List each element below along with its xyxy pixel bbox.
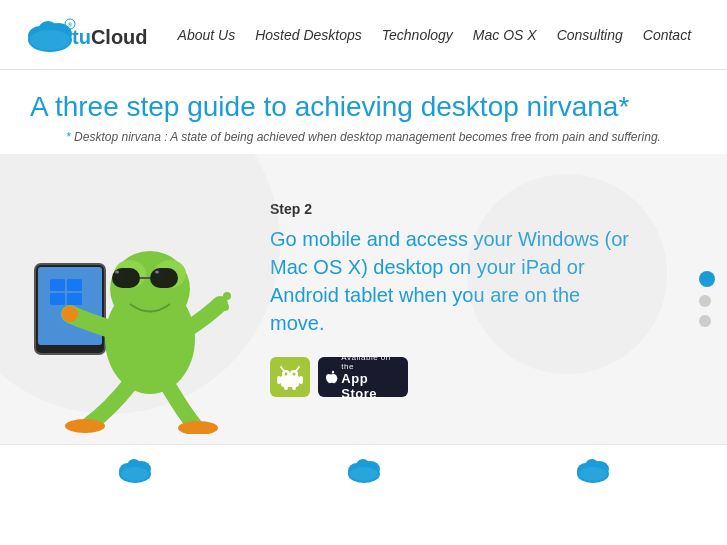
svg-point-25 — [223, 292, 231, 300]
svg-rect-9 — [50, 279, 65, 291]
svg-rect-42 — [299, 376, 303, 384]
svg-point-21 — [154, 269, 166, 279]
svg-point-20 — [114, 269, 126, 279]
svg-point-57 — [579, 467, 607, 481]
android-badge[interactable] — [270, 357, 310, 397]
nav-item-technology[interactable]: Technology — [382, 27, 453, 43]
svg-point-47 — [121, 467, 149, 481]
logo-cloud-icon: ® — [20, 12, 80, 57]
svg-point-38 — [293, 372, 296, 375]
appstore-badge[interactable]: Available on the App Store — [318, 357, 408, 397]
content-area: Step 2 Go mobile and access your Windows… — [0, 154, 727, 444]
logo-text: tuCloud — [72, 27, 148, 47]
svg-rect-39 — [284, 386, 288, 390]
logo[interactable]: ® tuCloud — [20, 12, 148, 57]
nav-item-contact[interactable]: Contact — [643, 27, 691, 43]
footer-cloud-icon-3[interactable] — [573, 454, 613, 484]
svg-rect-10 — [67, 279, 82, 291]
main-nav: About Us Hosted Desktops Technology Mac … — [178, 27, 692, 43]
svg-point-4 — [30, 30, 70, 50]
nav-item-consulting[interactable]: Consulting — [557, 27, 623, 43]
svg-text:®: ® — [68, 22, 73, 28]
indicator-dot-2[interactable] — [699, 315, 711, 327]
indicator-dot-active[interactable] — [699, 271, 715, 287]
footer-bar — [0, 444, 727, 494]
apple-icon — [326, 369, 338, 385]
svg-rect-41 — [277, 376, 281, 384]
footer-cloud-icon-2[interactable] — [344, 454, 384, 484]
nav-item-hosted-desktops[interactable]: Hosted Desktops — [255, 27, 362, 43]
svg-point-23 — [155, 270, 159, 273]
svg-rect-40 — [292, 386, 296, 390]
svg-point-29 — [62, 306, 78, 322]
hero-subtitle: * Desktop nirvana : A state of being ach… — [20, 130, 707, 144]
nav-item-about-us[interactable]: About Us — [178, 27, 236, 43]
indicator-dot-1[interactable] — [699, 295, 711, 307]
step-description: Go mobile and access your Windows (or Ma… — [270, 225, 630, 337]
appstore-bottom-label: App Store — [341, 371, 400, 401]
svg-point-52 — [350, 467, 378, 481]
svg-point-37 — [285, 372, 288, 375]
svg-point-34 — [280, 366, 282, 368]
svg-point-27 — [65, 419, 105, 433]
android-icon — [276, 363, 304, 391]
site-header: ® tuCloud About Us Hosted Desktops Techn… — [0, 0, 727, 70]
hero-section: A three step guide to achieving desktop … — [0, 70, 727, 154]
svg-point-36 — [298, 366, 300, 368]
frog-svg — [20, 174, 240, 434]
svg-point-26 — [221, 303, 229, 311]
step-content: Step 2 Go mobile and access your Windows… — [260, 181, 727, 417]
app-badges: Available on the App Store — [270, 357, 687, 397]
hero-title: A three step guide to achieving desktop … — [20, 90, 707, 124]
footer-cloud-icon-1[interactable] — [115, 454, 155, 484]
slide-indicators — [699, 271, 715, 327]
appstore-top-label: Available on the — [341, 353, 400, 371]
svg-rect-11 — [50, 293, 65, 305]
nav-item-mac-os-x[interactable]: Mac OS X — [473, 27, 537, 43]
step-label: Step 2 — [270, 201, 687, 217]
frog-illustration — [0, 164, 260, 434]
svg-rect-12 — [67, 293, 82, 305]
svg-point-22 — [115, 270, 119, 273]
